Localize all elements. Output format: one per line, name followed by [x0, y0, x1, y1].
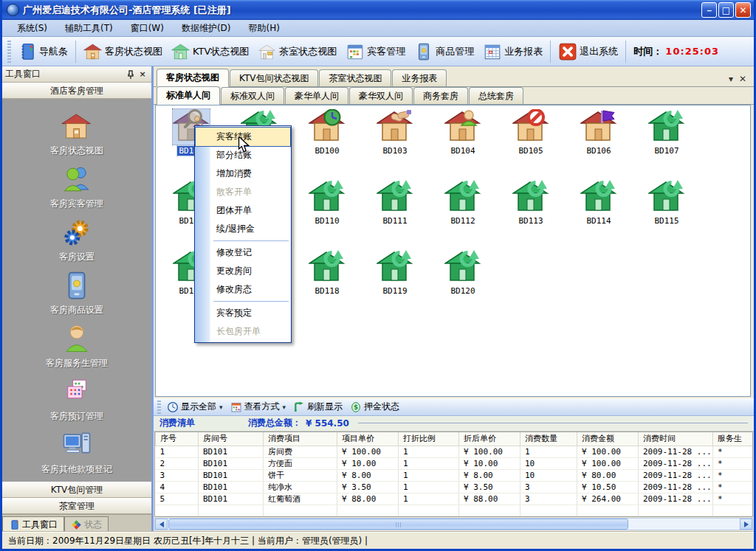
header-cell-7[interactable]: 消费金额 [577, 432, 639, 446]
sidebar-item-1[interactable]: 客房宾客管理 [21, 162, 132, 212]
header-cell-3[interactable]: 项目单价 [337, 432, 399, 446]
view-tab-0[interactable]: 客房状态视图 [157, 69, 229, 87]
header-cell-1[interactable]: 房间号 [199, 432, 264, 446]
table-row-3[interactable]: 4BD101纯净水¥ 3.501¥ 3.503¥ 10.502009-11-28… [156, 482, 754, 493]
toolbar-button-4[interactable]: 宾客管理 [341, 40, 410, 63]
context-menu-item-1[interactable]: 部分结账 [196, 146, 290, 164]
toolbar-separator [625, 41, 626, 63]
menu-item-4[interactable]: 帮助(H) [240, 21, 289, 36]
close-button[interactable]: ✕ [735, 2, 751, 18]
app-window: 广州爱启迪技术有限公司-酒店管理系统 [已注册] － □ ✕ 系统(S)辅助工具… [0, 0, 756, 551]
room-type-tab-1[interactable]: 标准双人间 [221, 87, 284, 104]
toolbar-button-5[interactable]: 商品管理 [410, 40, 478, 63]
room-status-canvas: BD101BD102BD100BD103BD104BD105BD106BD107… [155, 105, 751, 397]
toolbar-button-0[interactable]: 导航条 [13, 40, 72, 63]
action-button-1[interactable]: 查看方式▾ [227, 399, 290, 415]
menu-item-1[interactable]: 辅助工具(T) [56, 21, 122, 36]
sidebar-item-2[interactable]: 客房设置 [21, 215, 132, 265]
toolbar-button-3[interactable]: 茶室状态视图 [253, 40, 341, 63]
header-cell-2[interactable]: 消费项目 [264, 432, 337, 446]
table-cell: 2009-11-28 ... [639, 493, 713, 505]
scroll-right-icon[interactable] [740, 519, 752, 530]
room-BD119[interactable]: BD119 [363, 249, 427, 296]
room-BD100[interactable]: BD100 [295, 109, 359, 156]
toolbar-button-label: 宾客管理 [367, 45, 405, 58]
context-menu-item-8[interactable]: 修改房态 [196, 280, 290, 299]
header-cell-4[interactable]: 打折比例 [399, 432, 459, 446]
room-BD110[interactable]: BD110 [295, 179, 359, 226]
scroll-left-icon[interactable] [155, 519, 168, 530]
room-BD104[interactable]: BD104 [431, 109, 495, 156]
sidebar-bottom-tab-1[interactable]: 状态 [64, 516, 109, 532]
context-menu-item-2[interactable]: 增加消费 [196, 164, 290, 183]
vacant-house-icon [309, 249, 346, 285]
room-BD115[interactable]: BD115 [635, 179, 698, 226]
scrollbar-track[interactable] [629, 519, 740, 530]
menu-item-2[interactable]: 窗口(W) [122, 21, 173, 36]
sidebar-item-0[interactable]: 客房状态视图 [21, 109, 132, 159]
header-cell-9[interactable]: 服务生 [713, 432, 754, 446]
sidebar-item-4[interactable]: 客房服务生管理 [21, 322, 132, 371]
room-type-tab-4[interactable]: 商务套房 [413, 87, 468, 104]
toolbar-button-2[interactable]: KTV状态视图 [167, 40, 253, 63]
table-row-1[interactable]: 2BD101方便面¥ 10.001¥ 10.0010¥ 100.002009-1… [156, 458, 754, 470]
sidebar-item-6[interactable]: 客房其他款项登记 [21, 428, 132, 477]
room-BD114[interactable]: BD114 [567, 179, 630, 226]
room-BD120[interactable]: BD120 [431, 249, 495, 296]
room-BD111[interactable]: BD111 [363, 179, 427, 226]
room-type-tab-0[interactable]: 标准单人间 [157, 86, 220, 105]
context-menu-item-7[interactable]: 更改房间 [196, 262, 290, 280]
context-menu-item-0[interactable]: 宾客结账 [196, 128, 290, 146]
sidebar-group-0[interactable]: KTV包间管理 [2, 482, 151, 498]
context-menu-item-5[interactable]: 续/退押金 [196, 220, 290, 238]
context-menu-item-4[interactable]: 团体开单 [196, 201, 290, 220]
table-row-2[interactable]: 3BD101饼干¥ 8.001¥ 8.0010¥ 80.002009-11-28… [156, 470, 754, 482]
header-cell-0[interactable]: 序号 [156, 432, 199, 446]
menu-item-3[interactable]: 数据维护(D) [173, 21, 240, 36]
sidebar-item-5[interactable]: 客房预订管理 [21, 375, 132, 424]
table-row-0[interactable]: 1BD101房间费¥ 100.001¥ 100.001¥ 100.002009-… [156, 446, 754, 458]
action-button-3[interactable]: $押金状态 [346, 399, 403, 415]
sidebar-item-3[interactable]: 客房商品设置 [21, 268, 132, 318]
table-cell: 方便面 [264, 458, 337, 470]
header-cell-5[interactable]: 折后单价 [459, 432, 520, 446]
view-tab-2[interactable]: 茶室状态视图 [319, 69, 391, 86]
scrollbar-thumb[interactable] [168, 519, 628, 530]
table-row-4[interactable]: 5BD101红葡萄酒¥ 88.001¥ 88.003¥ 264.002009-1… [156, 493, 754, 505]
action-button-0[interactable]: 显示全部▾ [163, 399, 227, 415]
minimize-button[interactable]: － [701, 2, 717, 18]
menu-item-0[interactable]: 系统(S) [8, 21, 56, 36]
horizontal-scrollbar[interactable] [154, 518, 753, 530]
sidebar-group-1[interactable]: 茶室管理 [2, 498, 151, 514]
sidebar-item-label: 客房设置 [59, 251, 94, 263]
room-BD103[interactable]: BD103 [363, 109, 427, 156]
sidebar-bottom-tab-0[interactable]: 工具窗口 [2, 516, 64, 532]
guest-calendar-icon [346, 42, 365, 61]
pin-icon[interactable] [125, 69, 137, 80]
table-cell: ¥ 10.50 [577, 482, 639, 493]
context-menu-item-9[interactable]: 宾客预定 [196, 304, 290, 322]
room-type-tab-2[interactable]: 豪华单人间 [285, 87, 348, 104]
room-BD105[interactable]: BD105 [499, 109, 563, 156]
action-button-2[interactable]: 刷新显示 [289, 399, 346, 415]
toolbar-button-1[interactable]: 客房状态视图 [79, 40, 167, 63]
toolbar-button-7[interactable]: 退出系统 [554, 40, 622, 63]
header-cell-8[interactable]: 消费时间 [639, 432, 713, 446]
room-BD118[interactable]: BD118 [295, 249, 359, 296]
tab-close-icon[interactable]: ✕ [739, 74, 746, 83]
tab-overflow-icon[interactable]: ▾ [729, 74, 733, 83]
sidebar-close-icon[interactable]: × [137, 69, 148, 80]
room-BD107[interactable]: BD107 [635, 109, 698, 156]
view-tab-1[interactable]: KTV包间状态视图 [230, 69, 318, 86]
view-tab-3[interactable]: 业务报表 [392, 69, 447, 86]
room-BD112[interactable]: BD112 [431, 179, 495, 226]
context-menu-item-6[interactable]: 修改登记 [196, 243, 290, 262]
room-type-tab-3[interactable]: 豪华双人间 [349, 87, 413, 104]
room-type-tab-5[interactable]: 总统套房 [469, 87, 523, 104]
sidebar-group-hotel-rooms[interactable]: 酒店客房管理 [2, 83, 151, 99]
room-BD106[interactable]: BD106 [567, 109, 630, 156]
header-cell-6[interactable]: 消费数量 [520, 432, 577, 446]
room-BD113[interactable]: BD113 [499, 179, 563, 226]
toolbar-button-6[interactable]: 业务报表 [478, 40, 547, 63]
maximize-button[interactable]: □ [718, 2, 734, 18]
